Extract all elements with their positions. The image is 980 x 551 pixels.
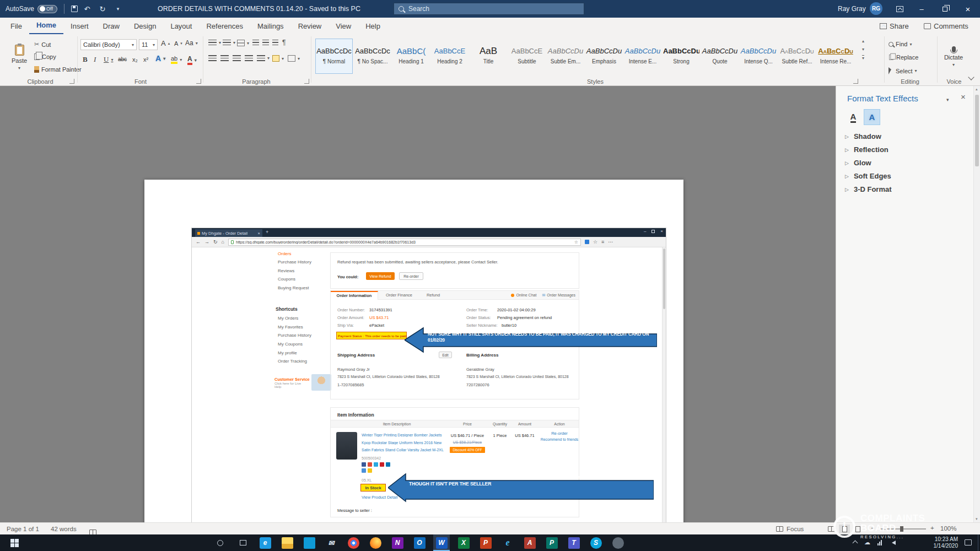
page-indicator[interactable]: Page 1 of 1 (7, 526, 39, 532)
share-pinterest-icon[interactable] (380, 462, 384, 467)
taskbar-store-icon[interactable] (301, 534, 317, 551)
search-box[interactable]: Search (394, 3, 584, 15)
account-name[interactable]: Ray Gray (838, 0, 866, 18)
style-subtitle[interactable]: AaBbCcESubtitle (508, 39, 546, 74)
pane-close-icon[interactable]: × (961, 92, 966, 101)
styles-dialog-launcher[interactable] (853, 79, 858, 84)
redo-icon[interactable]: ↻ (96, 5, 109, 13)
taskbar-edge-icon[interactable]: e (257, 534, 273, 551)
font-color-button[interactable]: A▾ (187, 55, 197, 65)
sidebar-item-purchase-history[interactable]: Purchase History (278, 260, 311, 264)
taskbar-mail-icon[interactable]: ✉ (323, 534, 340, 551)
section-soft-edges[interactable]: ▷Soft Edges (845, 172, 891, 180)
align-left-button[interactable] (208, 55, 217, 61)
strikethrough-button[interactable]: abc (118, 56, 127, 62)
share-googleplus-icon[interactable] (368, 462, 372, 467)
browser-minimize-icon[interactable]: – (644, 229, 646, 234)
taskbar-internet-explorer-icon[interactable]: e (499, 534, 516, 551)
autosave-toggle[interactable]: Off (37, 5, 57, 13)
tab-help[interactable]: Help (358, 18, 387, 34)
online-chat-link[interactable]: Online Chat (511, 293, 536, 297)
sidebar-item-buying-request[interactable]: Buying Request (278, 285, 309, 290)
section-3d-format[interactable]: ▷3-D Format (845, 185, 892, 193)
style-subtle-emphasis[interactable]: AaBbCcDuSubtle Em... (547, 39, 584, 74)
clipboard-dialog-launcher[interactable] (69, 79, 74, 84)
style-intense-quote[interactable]: AaBbCcDuIntense Q... (740, 39, 777, 74)
shortcut-my-favorites[interactable]: My Favorites (278, 325, 303, 329)
taskbar-word-icon[interactable]: W (433, 534, 450, 551)
tab-design[interactable]: Design (127, 18, 163, 34)
ribbon-display-options-icon[interactable] (889, 0, 911, 18)
taskbar-access-icon[interactable]: A (521, 534, 538, 551)
style-intense-emphasis[interactable]: AaBbCcDuIntense E... (624, 39, 661, 74)
action-recommend-link[interactable]: Recommend to friends (539, 437, 580, 441)
taskbar-excel-icon[interactable]: X (455, 534, 472, 551)
highlight-button[interactable]: ab▾ (171, 55, 182, 64)
tab-home[interactable]: Home (29, 17, 63, 35)
style-intense-reference[interactable]: AaBbCcDuIntense Re... (817, 39, 854, 74)
tab-insert[interactable]: Insert (63, 18, 96, 34)
line-spacing-button[interactable]: ▾ (257, 55, 270, 61)
select-button[interactable]: Select▾ (889, 67, 917, 74)
comments-button[interactable]: Comments (924, 18, 968, 34)
copy-button[interactable]: Copy (34, 53, 56, 60)
paste-button[interactable]: Paste ▾ (7, 37, 32, 77)
italic-button[interactable]: I (94, 55, 96, 64)
dictate-button[interactable]: Dictate ▾ (940, 37, 967, 76)
avatar[interactable]: RG (870, 2, 882, 15)
style-quote[interactable]: AaBbCcDuQuote (701, 39, 739, 74)
focus-button[interactable]: Focus (776, 523, 804, 535)
text-fill-outline-tab[interactable]: A (846, 110, 860, 125)
taskbar-settings-icon[interactable] (610, 534, 626, 551)
sidebar-item-orders[interactable]: Orders (278, 251, 291, 256)
network-tray-icon[interactable] (877, 540, 882, 545)
style-strong[interactable]: AaBbCcDuStrong (663, 39, 700, 74)
back-icon[interactable]: ← (196, 239, 201, 245)
save-icon[interactable] (71, 6, 78, 12)
view-refund-button[interactable]: View Refund (366, 272, 395, 280)
reorder-button[interactable]: Re-order (399, 272, 423, 280)
find-button[interactable]: Find▾ (889, 41, 912, 47)
text-effects-tab[interactable]: A (864, 109, 880, 125)
tab-refund[interactable]: Refund (420, 293, 446, 298)
action-reorder-link[interactable]: Re-order (539, 431, 580, 436)
shortcut-my-profile[interactable]: My profile (278, 350, 297, 355)
customer-service-card[interactable]: Customer Service Click here for Live Hel… (274, 372, 332, 393)
align-right-button[interactable] (233, 55, 241, 61)
share-linkedin-icon[interactable] (386, 462, 390, 467)
taskbar-chrome-icon[interactable] (345, 534, 362, 551)
word-count[interactable]: 42 words (51, 526, 77, 532)
section-reflection[interactable]: ▷Reflection (845, 145, 889, 154)
cut-button[interactable]: ✂Cut (34, 41, 51, 48)
format-painter-button[interactable]: Format Painter (34, 66, 82, 73)
taskbar-onenote-icon[interactable]: N (389, 534, 406, 551)
decrease-indent-button[interactable] (252, 40, 259, 46)
action-center-icon[interactable] (965, 539, 972, 545)
product-link-1[interactable]: Winter Tiger Printing Designer Bomber Ja… (362, 433, 445, 437)
change-case-button[interactable]: Aa▾ (185, 39, 198, 47)
superscript-button[interactable]: x² (143, 56, 148, 63)
tab-order-information[interactable]: Order Information (331, 291, 378, 300)
browser-menu-icon[interactable]: ⋯ (608, 239, 613, 245)
font-size-combo[interactable]: 11▾ (139, 39, 158, 50)
taskbar-outlook-icon[interactable]: O (411, 534, 428, 551)
increase-indent-button[interactable] (262, 40, 269, 46)
tab-references[interactable]: References (199, 18, 250, 34)
borders-button[interactable]: ▾ (288, 55, 300, 62)
shortcut-purchase-history[interactable]: Purchase History (278, 333, 311, 338)
font-dialog-launcher[interactable] (196, 79, 201, 84)
styles-scroll-up-icon[interactable]: ▴ (862, 39, 864, 44)
bullets-button[interactable]: ▾ (208, 40, 221, 46)
shortcut-my-coupons[interactable]: My Coupons (278, 342, 303, 347)
bold-button[interactable]: B (83, 55, 88, 64)
subscript-button[interactable]: x₂ (132, 56, 138, 63)
browser-scrollbar-thumb[interactable] (663, 249, 665, 309)
section-glow[interactable]: ▷Glow (845, 159, 871, 167)
sort-button[interactable] (272, 40, 278, 46)
customize-quick-access-icon[interactable]: ▾ (112, 6, 124, 12)
justify-button[interactable] (245, 55, 253, 61)
proofing-icon[interactable] (89, 530, 96, 535)
browser-tab[interactable]: My Dhgate - Order Detail × (195, 229, 262, 237)
restore-button[interactable] (934, 0, 956, 18)
browser-close-icon[interactable]: × (660, 229, 663, 234)
